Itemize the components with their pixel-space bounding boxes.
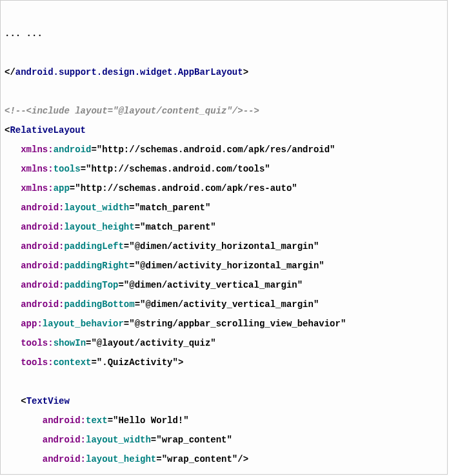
val: "Hello World!" xyxy=(113,415,189,426)
attr: layout_width xyxy=(64,203,129,213)
val: "match_parent" xyxy=(135,203,211,213)
ns: android: xyxy=(21,261,64,271)
code-block: ... ... </android.support.design.widget.… xyxy=(1,1,447,475)
close-appbar: android.support.design.widget.AppBarLayo… xyxy=(15,67,243,77)
val: "@dimen/activity_vertical_margin" xyxy=(140,299,319,310)
ns: android: xyxy=(21,203,64,213)
val: "wrap_content" xyxy=(162,454,238,464)
ns: android: xyxy=(43,415,86,426)
attr: paddingLeft xyxy=(64,241,123,252)
comment-include: <!--<include layout="@layout/content_qui… xyxy=(5,106,259,116)
ns: tools: xyxy=(21,338,53,348)
val: "@string/appbar_scrolling_view_behavior" xyxy=(129,319,346,329)
attr: layout_height xyxy=(64,222,134,232)
val: "http://schemas.android.com/tools" xyxy=(86,164,270,174)
val: "match_parent" xyxy=(140,222,216,232)
relativelayout-open: RelativeLayout xyxy=(10,125,86,135)
val: "@dimen/activity_vertical_margin" xyxy=(124,280,303,290)
ns: xmlns: xyxy=(21,144,53,155)
ns: android: xyxy=(43,454,86,464)
ns: android: xyxy=(21,222,64,232)
val: "@dimen/activity_horizontal_margin" xyxy=(135,261,324,271)
attr: paddingTop xyxy=(64,280,118,290)
attr: tools xyxy=(54,164,81,174)
val: "http://schemas.android.com/apk/res/andr… xyxy=(97,144,335,155)
attr: showIn xyxy=(54,338,86,348)
attr: text xyxy=(86,415,108,426)
attr: paddingBottom xyxy=(64,299,134,310)
relativelayout-close: RelativeLayout xyxy=(15,473,92,475)
ns: android: xyxy=(21,299,64,310)
textview-open: TextView xyxy=(26,396,70,406)
ns: tools: xyxy=(21,357,53,368)
ns: app: xyxy=(21,319,43,329)
attr: android xyxy=(54,144,92,155)
attr: app xyxy=(54,183,70,193)
ns: xmlns: xyxy=(21,164,53,174)
attr: context xyxy=(54,357,92,368)
attr: layout_height xyxy=(86,454,156,464)
ns: android: xyxy=(43,435,86,445)
attr: layout_behavior xyxy=(43,319,124,329)
val: ".QuizActivity" xyxy=(97,357,178,368)
ns: xmlns: xyxy=(21,183,53,193)
val: "@dimen/activity_horizontal_margin" xyxy=(129,241,319,252)
ns: android: xyxy=(21,241,64,252)
ns: android: xyxy=(21,280,64,290)
attr: paddingRight xyxy=(64,261,129,271)
val: "@layout/activity_quiz" xyxy=(91,338,215,348)
val: "http://schemas.android.com/apk/res-auto… xyxy=(75,183,297,193)
attr: layout_width xyxy=(86,435,151,445)
val: "wrap_content" xyxy=(156,435,232,445)
ellipsis-top: ... ... xyxy=(5,28,43,39)
